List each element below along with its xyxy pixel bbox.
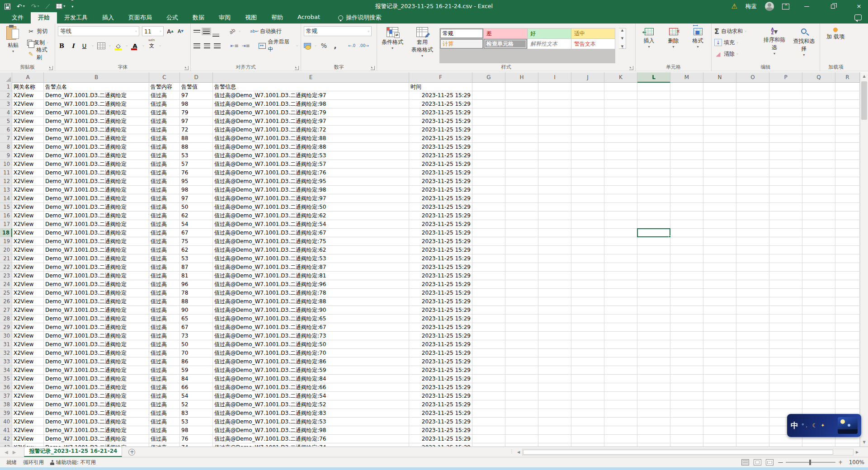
vscroll-thumb[interactable]: [861, 81, 867, 120]
cell-L7[interactable]: [637, 134, 670, 143]
cell-Q21[interactable]: [802, 254, 835, 263]
cell-H20[interactable]: [505, 246, 538, 254]
cell-P6[interactable]: [769, 126, 802, 134]
cell-K15[interactable]: [604, 203, 637, 212]
cell-A42[interactable]: X2View: [12, 435, 44, 443]
cell-B9[interactable]: Demo_W7.1001.D3.二通阀给定: [44, 151, 149, 160]
cell-Q8[interactable]: [802, 143, 835, 151]
cell-C20[interactable]: 值过高: [149, 246, 180, 254]
cell-E29[interactable]: 值过高@Demo_W7.1001.D3.二通阀给定:67: [213, 323, 409, 332]
cell-K18[interactable]: [604, 229, 637, 237]
cell-C7[interactable]: 值过高: [149, 134, 180, 143]
cell-A41[interactable]: X2View: [12, 426, 44, 435]
cell-I5[interactable]: [538, 117, 571, 126]
cell-C6[interactable]: 值过高: [149, 126, 180, 134]
cell-N22[interactable]: [703, 263, 736, 272]
cell-F20[interactable]: 2023-11-25 15:29: [409, 246, 472, 254]
align-left-button[interactable]: [193, 43, 200, 48]
cell-F29[interactable]: 2023-11-25 15:29: [409, 323, 472, 332]
cell-F22[interactable]: 2023-11-25 15:29: [409, 263, 472, 272]
cell-O15[interactable]: [736, 203, 769, 212]
cell-I41[interactable]: [538, 426, 571, 435]
cell-A9[interactable]: X2View: [12, 151, 44, 160]
row-header-33[interactable]: 33: [0, 357, 12, 366]
cell-N42[interactable]: [703, 435, 736, 443]
cell-R37[interactable]: [835, 392, 860, 400]
cell-P34[interactable]: [769, 366, 802, 375]
cell-R23[interactable]: [835, 272, 860, 280]
increase-indent-button[interactable]: ⇥≡: [242, 42, 250, 49]
cell-H39[interactable]: [505, 409, 538, 418]
cell-A8[interactable]: X2View: [12, 143, 44, 151]
cell-J43[interactable]: [571, 443, 604, 446]
cell-O32[interactable]: [736, 349, 769, 357]
cell-A21[interactable]: X2View: [12, 254, 44, 263]
cell-L18[interactable]: [637, 229, 670, 237]
cell-R20[interactable]: [835, 246, 860, 254]
cell-C3[interactable]: 值过高: [149, 100, 180, 108]
cell-R27[interactable]: [835, 306, 860, 315]
cell-C1[interactable]: 告警内容: [149, 83, 180, 91]
cell-O17[interactable]: [736, 220, 769, 229]
cell-E20[interactable]: 值过高@Demo_W7.1001.D3.二通阀给定:62: [213, 246, 409, 254]
cell-G31[interactable]: [472, 340, 505, 349]
cell-C34[interactable]: 值过高: [149, 366, 180, 375]
cell-Q16[interactable]: [802, 212, 835, 220]
cell-O3[interactable]: [736, 100, 769, 108]
cell-N21[interactable]: [703, 254, 736, 263]
cell-I26[interactable]: [538, 297, 571, 306]
cell-A10[interactable]: X2View: [12, 160, 44, 169]
cell-L11[interactable]: [637, 169, 670, 177]
cell-C35[interactable]: 值过高: [149, 375, 180, 383]
cell-I34[interactable]: [538, 366, 571, 375]
cell-G22[interactable]: [472, 263, 505, 272]
cell-D6[interactable]: 72: [180, 126, 213, 134]
cell-N17[interactable]: [703, 220, 736, 229]
cell-A4[interactable]: X2View: [12, 108, 44, 117]
cell-H14[interactable]: [505, 194, 538, 203]
cell-C40[interactable]: 值过高: [149, 418, 180, 426]
cell-R25[interactable]: [835, 289, 860, 297]
cell-A25[interactable]: X2View: [12, 289, 44, 297]
cell-K40[interactable]: [604, 418, 637, 426]
cell-I21[interactable]: [538, 254, 571, 263]
cell-D13[interactable]: 98: [180, 186, 213, 194]
cell-M8[interactable]: [670, 143, 703, 151]
cell-A1[interactable]: 网关名称: [12, 83, 44, 91]
cell-E2[interactable]: 值过高@Demo_W7.1001.D3.二通阀给定:97: [213, 91, 409, 100]
cell-O11[interactable]: [736, 169, 769, 177]
cell-N35[interactable]: [703, 375, 736, 383]
cell-C23[interactable]: 值过高: [149, 272, 180, 280]
cell-D9[interactable]: 53: [180, 151, 213, 160]
cell-L34[interactable]: [637, 366, 670, 375]
cell-D20[interactable]: 62: [180, 246, 213, 254]
cell-E8[interactable]: 值过高@Demo_W7.1001.D3.二通阀给定:88: [213, 143, 409, 151]
column-header-L[interactable]: L: [637, 72, 670, 83]
cell-B28[interactable]: Demo_W7.1001.D3.二通阀给定: [44, 315, 149, 323]
row-header-17[interactable]: 17: [0, 220, 12, 229]
cell-G7[interactable]: [472, 134, 505, 143]
addins-button[interactable]: 加 载项: [823, 26, 848, 61]
cell-I1[interactable]: [538, 83, 571, 91]
cell-I22[interactable]: [538, 263, 571, 272]
cell-L10[interactable]: [637, 160, 670, 169]
cell-E24[interactable]: 值过高@Demo_W7.1001.D3.二通阀给定:96: [213, 280, 409, 289]
row-header-42[interactable]: 42: [0, 435, 12, 443]
cell-E26[interactable]: 值过高@Demo_W7.1001.D3.二通阀给定:88: [213, 297, 409, 306]
zoom-percentage[interactable]: 100%: [847, 459, 864, 465]
cell-H22[interactable]: [505, 263, 538, 272]
cell-I36[interactable]: [538, 383, 571, 392]
cell-Q19[interactable]: [802, 237, 835, 246]
cell-P4[interactable]: [769, 108, 802, 117]
cell-G39[interactable]: [472, 409, 505, 418]
cell-O40[interactable]: [736, 418, 769, 426]
row-header-23[interactable]: 23: [0, 272, 12, 280]
cell-J15[interactable]: [571, 203, 604, 212]
cell-J36[interactable]: [571, 383, 604, 392]
cell-J16[interactable]: [571, 212, 604, 220]
cell-D24[interactable]: 96: [180, 280, 213, 289]
cell-D34[interactable]: 59: [180, 366, 213, 375]
cell-M6[interactable]: [670, 126, 703, 134]
cell-J24[interactable]: [571, 280, 604, 289]
row-header-32[interactable]: 32: [0, 349, 12, 357]
